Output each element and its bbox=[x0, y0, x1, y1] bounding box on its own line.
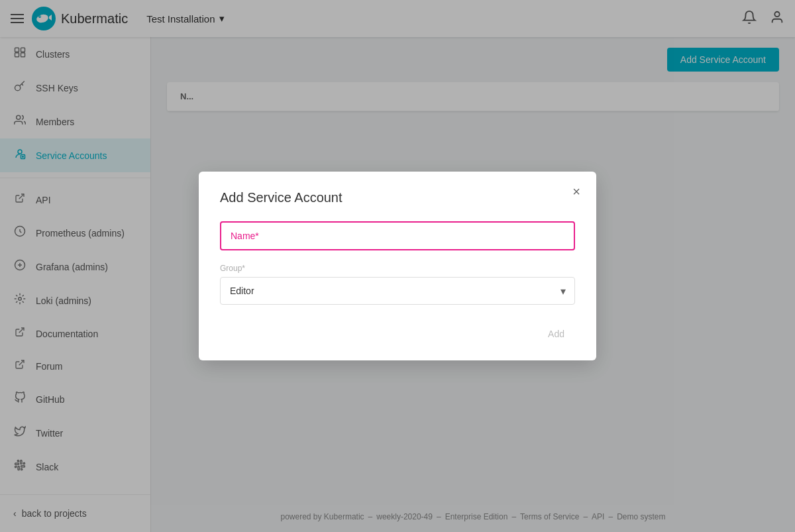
modal-actions: Add bbox=[220, 323, 575, 345]
name-field-container bbox=[220, 221, 575, 250]
modal-overlay: Add Service Account × Group* Editor View… bbox=[0, 0, 795, 532]
group-field-container: Group* Editor Viewer Owner ▾ bbox=[220, 264, 575, 305]
group-select-wrapper: Editor Viewer Owner ▾ bbox=[220, 277, 575, 305]
name-input[interactable] bbox=[220, 221, 575, 250]
add-service-account-modal: Add Service Account × Group* Editor View… bbox=[199, 172, 596, 360]
group-label: Group* bbox=[220, 264, 575, 273]
modal-close-button[interactable]: × bbox=[572, 185, 580, 198]
modal-title: Add Service Account bbox=[220, 190, 575, 205]
group-select[interactable]: Editor Viewer Owner bbox=[220, 277, 575, 305]
modal-add-button[interactable]: Add bbox=[537, 323, 575, 345]
